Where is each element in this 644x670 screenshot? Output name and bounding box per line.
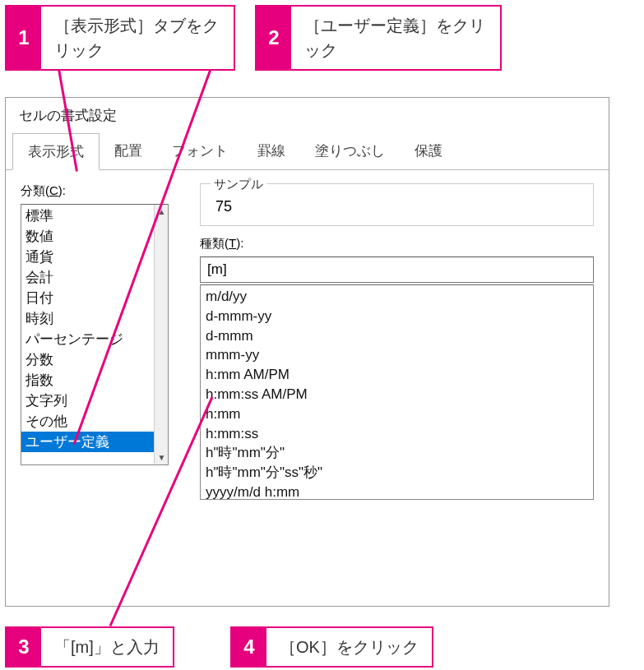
tab-number-format[interactable]: 表示形式	[12, 133, 100, 170]
callout-2-text: ［ユーザー定義］をクリック	[291, 7, 500, 69]
type-hotkey: T	[229, 236, 236, 250]
format-cells-dialog: セルの書式設定 表示形式 配置 フォント 罫線 塗りつぶし 保護 分類(C): …	[5, 97, 609, 607]
category-label: 分類(C):	[21, 183, 177, 199]
tab-fill[interactable]: 塗りつぶし	[300, 133, 400, 169]
tab-alignment[interactable]: 配置	[100, 133, 157, 169]
category-item-percentage[interactable]: パーセンテージ	[21, 329, 168, 349]
sample-group: サンプル 75	[200, 183, 594, 226]
category-item-custom[interactable]: ユーザー定義	[21, 432, 168, 452]
format-item[interactable]: m/d/yy	[206, 287, 588, 307]
tab-protection[interactable]: 保護	[400, 133, 457, 169]
category-item-date[interactable]: 日付	[21, 288, 168, 308]
dialog-tabs: 表示形式 配置 フォント 罫線 塗りつぶし 保護	[6, 133, 609, 170]
format-item[interactable]: d-mmm-yy	[206, 307, 588, 326]
format-item[interactable]: d-mmm	[206, 326, 588, 346]
format-item[interactable]: h:mm AM/PM	[206, 365, 588, 385]
type-label: 種類(T):	[200, 236, 594, 252]
callout-4: 4 ［OK］をクリック	[230, 626, 433, 668]
callout-4-number: 4	[232, 628, 266, 666]
format-item[interactable]: h"時"mm"分"	[206, 443, 588, 463]
dialog-title: セルの書式設定	[6, 98, 609, 133]
type-label-post: ):	[236, 236, 243, 250]
callout-1-number: 1	[7, 7, 41, 69]
category-item-time[interactable]: 時刻	[21, 308, 168, 329]
callout-2: 2 ［ユーザー定義］をクリック	[255, 5, 502, 71]
tab-font[interactable]: フォント	[157, 133, 243, 169]
category-label-post: ):	[58, 183, 66, 197]
format-item[interactable]: h"時"mm"分"ss"秒"	[206, 463, 588, 483]
format-item[interactable]: h:mm:ss AM/PM	[206, 385, 588, 404]
callout-3-number: 3	[7, 628, 41, 666]
callout-2-number: 2	[257, 7, 291, 69]
category-hotkey: C	[49, 183, 58, 197]
callout-1: 1 ［表示形式］タブをクリック	[5, 5, 235, 71]
category-label-pre: 分類(	[21, 183, 49, 197]
format-item[interactable]: h:mm:ss	[206, 424, 588, 444]
right-column: サンプル 75 種類(T): m/d/yy d-mmm-yy d-mmm mmm…	[177, 183, 594, 599]
left-column: 分類(C): 標準 数値 通貨 会計 日付 時刻 パーセンテージ 分数 指数 文…	[21, 183, 177, 599]
category-item-general[interactable]: 標準	[21, 206, 168, 226]
type-input[interactable]	[200, 256, 594, 283]
callout-3-text: 「[m]」と入力	[41, 628, 173, 666]
category-item-accounting[interactable]: 会計	[21, 267, 168, 288]
callout-3: 3 「[m]」と入力	[5, 626, 174, 668]
tab-border[interactable]: 罫線	[243, 133, 300, 169]
format-item[interactable]: yyyy/m/d h:mm	[206, 483, 588, 500]
type-label-pre: 種類(	[200, 236, 229, 250]
format-listbox[interactable]: m/d/yy d-mmm-yy d-mmm mmm-yy h:mm AM/PM …	[200, 284, 594, 500]
format-item[interactable]: mmm-yy	[206, 345, 588, 365]
callout-1-text: ［表示形式］タブをクリック	[41, 7, 234, 69]
category-item-fraction[interactable]: 分数	[21, 349, 168, 370]
sample-label: サンプル	[211, 177, 266, 192]
category-item-text[interactable]: 文字列	[21, 390, 168, 411]
callout-4-text: ［OK］をクリック	[266, 628, 432, 666]
sample-value: 75	[211, 198, 583, 217]
scrollbar[interactable]: ▲ ▼	[154, 205, 168, 464]
format-item[interactable]: h:mm	[206, 404, 588, 424]
scroll-down-icon[interactable]: ▼	[155, 451, 169, 464]
category-item-special[interactable]: その他	[21, 411, 168, 432]
